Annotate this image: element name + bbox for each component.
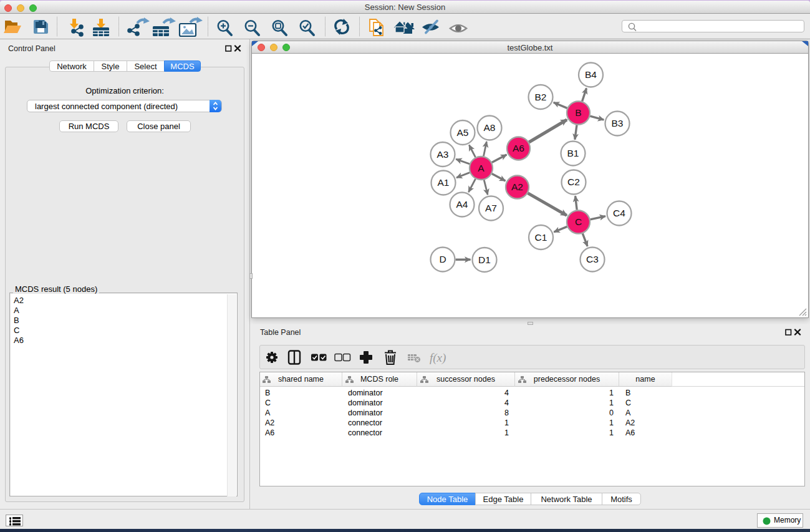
svg-text:A3: A3 — [437, 149, 449, 160]
svg-text:A8: A8 — [484, 122, 496, 133]
svg-text:C4: C4 — [613, 208, 625, 218]
svg-text:A5: A5 — [457, 127, 469, 138]
svg-text:A7: A7 — [485, 203, 497, 213]
svg-text:B3: B3 — [612, 118, 624, 128]
svg-text:A1: A1 — [438, 177, 450, 188]
svg-text:C1: C1 — [535, 232, 547, 243]
svg-text:C: C — [575, 216, 582, 227]
svg-text:B1: B1 — [567, 148, 579, 158]
svg-text:f(x): f(x) — [430, 351, 446, 365]
svg-text:B: B — [575, 107, 581, 118]
svg-text:A4: A4 — [456, 199, 468, 210]
svg-text:D1: D1 — [478, 254, 491, 265]
svg-text:A: A — [478, 163, 485, 173]
svg-text:A2: A2 — [511, 181, 523, 192]
svg-text:B4: B4 — [585, 69, 597, 80]
svg-text:B2: B2 — [535, 92, 547, 102]
svg-text:A6: A6 — [513, 143, 524, 153]
svg-text:C3: C3 — [586, 254, 599, 264]
svg-text:C2: C2 — [567, 177, 580, 187]
svg-text:D: D — [439, 254, 446, 264]
